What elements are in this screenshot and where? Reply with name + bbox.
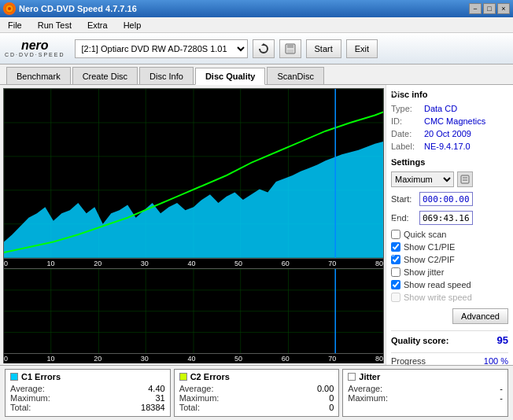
start-button[interactable]: Start xyxy=(306,39,341,58)
show-jitter-row: Show jitter xyxy=(391,267,508,277)
y-axis-right-label: 48 xyxy=(391,89,399,97)
menu-file[interactable]: File xyxy=(3,19,27,31)
toolbar: nero CD·DVD·SPEED [2:1] Optiarc DVD RW A… xyxy=(0,33,513,64)
quick-scan-label: Quick scan xyxy=(404,230,446,239)
progress-label: Progress xyxy=(391,356,426,365)
x-label: 60 xyxy=(282,355,290,363)
menu-extra[interactable]: Extra xyxy=(83,19,113,31)
menu-run-test[interactable]: Run Test xyxy=(33,19,76,31)
jitter-max-row: Maximum: - xyxy=(348,393,503,403)
app-icon xyxy=(3,2,16,15)
y-axis-right-label: 24 xyxy=(391,186,399,193)
nero-sub-text: CD·DVD·SPEED xyxy=(5,52,65,57)
jitter-stat-group: Jitter Average: - Maximum: - xyxy=(342,369,508,417)
end-field[interactable] xyxy=(419,211,473,225)
svg-rect-4 xyxy=(287,44,293,48)
jitter-label: Jitter xyxy=(359,372,380,381)
tab-scan-disc[interactable]: ScanDisc xyxy=(267,67,323,84)
refresh-button[interactable] xyxy=(253,39,275,58)
title-bar: Nero CD-DVD Speed 4.7.7.16 − □ × xyxy=(0,0,513,17)
minimize-button[interactable]: − xyxy=(469,3,482,14)
close-button[interactable]: × xyxy=(497,3,510,14)
id-value: CMC Magnetics xyxy=(424,116,485,126)
c1-max-value: 31 xyxy=(134,393,165,403)
x-label: 20 xyxy=(94,355,101,363)
type-value: Data CD xyxy=(424,104,457,113)
c1-stat-group: C1 Errors Average: 4.40 Maximum: 31 Tota… xyxy=(5,369,171,417)
show-c1-row: Show C1/PIE xyxy=(391,242,508,252)
drive-selector[interactable]: [2:1] Optiarc DVD RW AD-7280S 1.01 xyxy=(75,39,248,58)
c1-avg-row: Average: 4.40 xyxy=(10,384,165,393)
disc-label-row: Label: NE-9.4.17.0 xyxy=(391,142,508,151)
c1-total-row: Total: 18384 xyxy=(10,403,165,412)
x-label: 30 xyxy=(141,260,149,267)
progress-value: 100 % xyxy=(484,356,508,365)
show-c2-label: Show C2/PIF xyxy=(404,255,455,264)
tab-disc-info[interactable]: Disc Info xyxy=(139,67,194,84)
progress-section: Progress 100 % Position 69:40.67 Speed 4… xyxy=(391,352,508,365)
date-value: 20 Oct 2009 xyxy=(424,129,471,138)
x-label: 0 xyxy=(4,260,8,267)
show-write-speed-label: Show write speed xyxy=(404,293,472,302)
c2-total-row: Total: 0 xyxy=(179,403,334,412)
maximize-button[interactable]: □ xyxy=(483,3,496,14)
menu-help[interactable]: Help xyxy=(119,19,146,31)
x-axis-lower: 0 10 20 30 40 50 60 70 80 xyxy=(3,354,384,363)
tab-benchmark[interactable]: Benchmark xyxy=(6,67,71,84)
disc-type-row: Type: Data CD xyxy=(391,104,508,113)
tab-disc-quality[interactable]: Disc Quality xyxy=(195,68,266,85)
y-axis-right-label: 40 xyxy=(391,121,399,129)
jitter-avg-value: - xyxy=(471,384,503,393)
disc-info-title: Disc info xyxy=(391,90,508,99)
show-jitter-checkbox[interactable] xyxy=(391,267,400,277)
settings-icon-button[interactable] xyxy=(457,171,473,187)
y-axis-right-label: 32 xyxy=(391,153,399,161)
x-axis-upper: 0 10 20 30 40 50 60 70 80 xyxy=(3,259,384,268)
window-controls: − □ × xyxy=(469,3,510,14)
nero-logo-text: nero xyxy=(21,39,49,52)
nero-logo: nero CD·DVD·SPEED xyxy=(5,39,65,57)
disc-date-row: Date: 20 Oct 2009 xyxy=(391,129,508,138)
jitter-header: Jitter xyxy=(348,372,503,381)
c2-avg-row: Average: 0.00 xyxy=(179,384,334,393)
start-field[interactable] xyxy=(419,192,473,206)
start-row: Start: xyxy=(391,192,508,206)
show-c2-row: Show C2/PIF xyxy=(391,255,508,264)
progress-row: Progress 100 % xyxy=(391,356,508,365)
y-axis-right-label: 8 xyxy=(391,250,399,258)
x-label: 80 xyxy=(375,260,383,267)
jitter-max-value: - xyxy=(471,393,503,403)
c2-max-label: Maximum: xyxy=(179,393,220,403)
x-label: 70 xyxy=(328,260,336,267)
show-read-speed-checkbox[interactable] xyxy=(391,280,400,289)
jitter-avg-row: Average: - xyxy=(348,384,503,393)
quality-label: Quality score: xyxy=(391,336,448,345)
c2-total-value: 0 xyxy=(302,403,334,412)
x-label: 0 xyxy=(4,355,8,363)
menu-bar: File Run Test Extra Help xyxy=(0,17,513,33)
x-label: 40 xyxy=(187,355,195,363)
save-button[interactable] xyxy=(279,39,301,58)
tab-create-disc[interactable]: Create Disc xyxy=(72,67,138,84)
advanced-button[interactable]: Advanced xyxy=(452,308,508,324)
speed-row: Maximum xyxy=(391,171,508,187)
c2-color-box xyxy=(179,373,187,381)
c1-avg-value: 4.40 xyxy=(134,384,165,393)
x-label: 50 xyxy=(234,355,242,363)
c1-total-label: Total: xyxy=(10,403,31,412)
exit-button[interactable]: Exit xyxy=(346,39,378,58)
c1-color-box xyxy=(10,373,18,381)
right-panel: Disc info Type: Data CD ID: CMC Magnetic… xyxy=(386,85,513,365)
jitter-color-box xyxy=(348,373,356,381)
c1-label: C1 Errors xyxy=(21,372,61,381)
c2-stat-group: C2 Errors Average: 0.00 Maximum: 0 Total… xyxy=(174,369,340,417)
c1-avg-label: Average: xyxy=(10,384,45,393)
speed-select[interactable]: Maximum xyxy=(391,171,454,187)
title-bar-left: Nero CD-DVD Speed 4.7.7.16 xyxy=(3,2,137,15)
c2-label: C2 Errors xyxy=(190,372,230,381)
x-label: 40 xyxy=(187,260,195,267)
x-label: 30 xyxy=(141,355,149,363)
c1-max-row: Maximum: 31 xyxy=(10,393,165,403)
show-read-speed-label: Show read speed xyxy=(404,280,471,289)
x-label: 50 xyxy=(234,260,242,267)
